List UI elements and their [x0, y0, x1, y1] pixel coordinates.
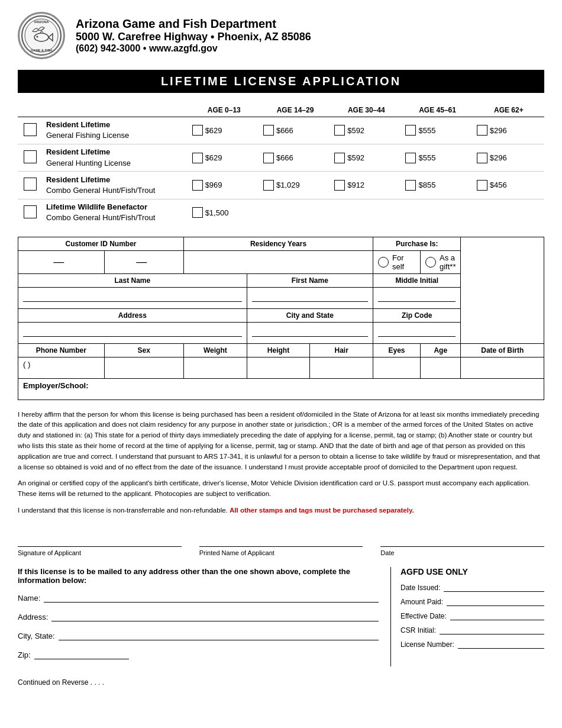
phone-field[interactable]: ( ) — [18, 357, 105, 378]
as-gift-radio[interactable] — [425, 257, 436, 268]
price-checkbox[interactable] — [477, 153, 487, 163]
price-col-3: $555 — [402, 144, 473, 170]
price-checkbox[interactable] — [334, 180, 345, 191]
license-row: Resident LifetimeGeneral Fishing License… — [18, 117, 544, 144]
price-col-3: $855 — [402, 172, 473, 198]
customer-id-part1: — — [18, 250, 105, 273]
license-label: Lifetime Wildlife BenefactorCombo Genera… — [43, 199, 189, 226]
price-value: $456 — [490, 181, 507, 189]
middle-initial-label: Middle Initial — [373, 273, 461, 287]
age-field[interactable] — [421, 357, 461, 378]
price-col-0: $1,500 — [189, 199, 260, 226]
sex-label: Sex — [104, 343, 183, 357]
last-name-input[interactable] — [23, 290, 242, 302]
purchase-is-label: Purchase Is: — [373, 237, 461, 250]
price-col-4: $296 — [473, 144, 544, 170]
city-state-field[interactable] — [247, 322, 373, 343]
legal-text-3: I understand that this license is non-tr… — [18, 505, 544, 516]
printed-name-label: Printed Name of Applicant — [199, 549, 363, 556]
printed-name-line[interactable] — [199, 533, 363, 547]
for-self-radio[interactable] — [378, 257, 389, 268]
height-field[interactable] — [247, 357, 310, 378]
price-value: $629 — [205, 126, 222, 135]
first-name-field[interactable] — [247, 287, 373, 308]
agfd-license-number-line[interactable] — [458, 638, 544, 649]
legal-paragraph-3-red: All other stamps and tags must be purcha… — [230, 507, 414, 514]
date-line[interactable] — [380, 533, 544, 547]
license-table: AGE 0–13 AGE 14–29 AGE 30–44 AGE 45–61 A… — [18, 104, 544, 226]
middle-initial-input[interactable] — [378, 290, 456, 302]
agfd-license-number: License Number: — [400, 638, 544, 649]
mailing-name-input-line[interactable] — [44, 591, 379, 603]
price-checkbox[interactable] — [263, 125, 274, 136]
license-row: Resident LifetimeGeneral Hunting License… — [18, 144, 544, 170]
price-checkbox[interactable] — [263, 153, 274, 163]
zip-code-input[interactable] — [378, 325, 456, 337]
price-col-0: $629 — [189, 144, 260, 170]
mailing-address-input-line[interactable] — [51, 610, 379, 621]
employer-row[interactable]: Employer/School: — [18, 378, 544, 400]
agfd-csr-initial-line[interactable] — [440, 624, 544, 634]
agfd-csr-initial-label: CSR Initial: — [400, 626, 436, 634]
license-checkbox-cell[interactable] — [18, 117, 43, 144]
agfd-section: AGFD USE ONLY Date Issued: Amount Paid: … — [390, 567, 544, 666]
agfd-license-number-label: License Number: — [400, 640, 454, 649]
price-value: $296 — [490, 126, 507, 135]
price-checkbox[interactable] — [192, 180, 203, 191]
license-checkbox[interactable] — [24, 123, 37, 136]
signature-line[interactable] — [18, 533, 182, 547]
agfd-effective-date-line[interactable] — [450, 610, 544, 620]
license-row: Lifetime Wildlife BenefactorCombo Genera… — [18, 199, 544, 226]
price-value: $855 — [418, 181, 435, 189]
dob-field[interactable] — [461, 357, 544, 378]
price-checkbox[interactable] — [334, 153, 345, 163]
price-value: $296 — [490, 153, 507, 162]
mailing-city-state-input-line[interactable] — [59, 629, 379, 640]
price-col-2 — [331, 199, 402, 226]
residency-years-field[interactable] — [184, 250, 373, 273]
license-checkbox[interactable] — [24, 178, 37, 191]
agfd-effective-date: Effective Date: — [400, 610, 544, 620]
residency-years-input[interactable] — [189, 253, 368, 270]
mailing-zip-input-line[interactable] — [34, 648, 129, 659]
hair-field[interactable] — [310, 357, 373, 378]
price-value: $912 — [347, 181, 364, 189]
mailing-heading: If this license is to be mailed to any a… — [18, 567, 379, 585]
price-checkbox[interactable] — [477, 125, 487, 136]
city-state-input[interactable] — [252, 325, 368, 337]
svg-point-5 — [37, 36, 38, 38]
dob-label: Date of Birth — [461, 343, 544, 357]
price-checkbox[interactable] — [192, 125, 203, 136]
license-checkbox-cell[interactable] — [18, 199, 43, 226]
license-checkbox[interactable] — [24, 205, 37, 218]
price-checkbox[interactable] — [192, 207, 203, 218]
agfd-date-issued-line[interactable] — [444, 581, 544, 592]
mailing-section: If this license is to be mailed to any a… — [18, 567, 379, 666]
address-input[interactable] — [23, 325, 242, 337]
price-col-2: $592 — [331, 144, 402, 170]
agfd-date-issued-label: Date Issued: — [400, 584, 440, 592]
license-checkbox[interactable] — [24, 150, 37, 163]
price-checkbox[interactable] — [192, 153, 203, 163]
hair-label: Hair — [310, 343, 373, 357]
license-checkbox-cell[interactable] — [18, 144, 43, 170]
eyes-field[interactable] — [373, 357, 421, 378]
price-checkbox[interactable] — [405, 180, 416, 191]
price-checkbox[interactable] — [477, 180, 487, 191]
agfd-csr-initial: CSR Initial: — [400, 624, 544, 634]
price-checkbox[interactable] — [405, 125, 416, 136]
address-field[interactable] — [18, 322, 247, 343]
agfd-amount-paid-line[interactable] — [447, 595, 544, 606]
city-state-label: City and State — [247, 308, 373, 322]
age-col-4: AGE 62+ — [473, 104, 544, 117]
license-checkbox-cell[interactable] — [18, 172, 43, 198]
weight-field[interactable] — [184, 357, 247, 378]
price-checkbox[interactable] — [405, 153, 416, 163]
price-checkbox[interactable] — [334, 125, 345, 136]
sex-field[interactable] — [104, 357, 183, 378]
middle-initial-field[interactable] — [373, 287, 461, 308]
last-name-field[interactable] — [18, 287, 247, 308]
first-name-input[interactable] — [252, 290, 368, 302]
zip-code-field[interactable] — [373, 322, 461, 343]
price-checkbox[interactable] — [263, 180, 274, 191]
